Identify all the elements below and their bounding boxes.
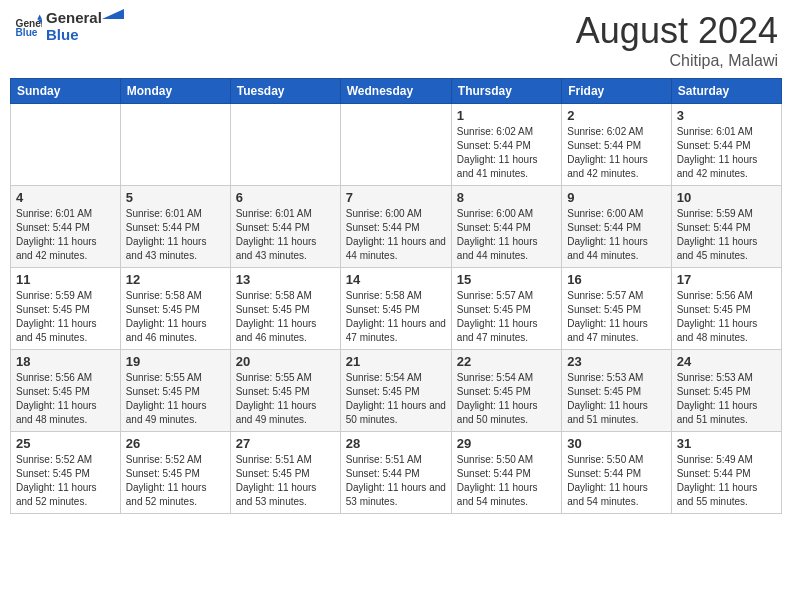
day-number: 8 bbox=[457, 190, 556, 205]
day-info: Sunrise: 5:58 AM Sunset: 5:45 PM Dayligh… bbox=[346, 289, 446, 345]
day-info: Sunrise: 6:02 AM Sunset: 5:44 PM Dayligh… bbox=[567, 125, 665, 181]
daylight-label: Daylight: 11 hours and 54 minutes. bbox=[457, 482, 538, 507]
sunset-label: Sunset: 5:45 PM bbox=[236, 468, 310, 479]
sunrise-label: Sunrise: 6:01 AM bbox=[236, 208, 312, 219]
day-number: 23 bbox=[567, 354, 665, 369]
sunset-label: Sunset: 5:44 PM bbox=[16, 222, 90, 233]
calendar-day-cell: 7 Sunrise: 6:00 AM Sunset: 5:44 PM Dayli… bbox=[340, 186, 451, 268]
logo-general-text: General bbox=[46, 10, 102, 27]
calendar-day-cell: 21 Sunrise: 5:54 AM Sunset: 5:45 PM Dayl… bbox=[340, 350, 451, 432]
day-number: 20 bbox=[236, 354, 335, 369]
sunrise-label: Sunrise: 5:53 AM bbox=[677, 372, 753, 383]
calendar-day-cell: 30 Sunrise: 5:50 AM Sunset: 5:44 PM Dayl… bbox=[562, 432, 671, 514]
sunset-label: Sunset: 5:45 PM bbox=[126, 304, 200, 315]
sunset-label: Sunset: 5:45 PM bbox=[677, 304, 751, 315]
calendar-day-cell: 29 Sunrise: 5:50 AM Sunset: 5:44 PM Dayl… bbox=[451, 432, 561, 514]
calendar-day-cell: 11 Sunrise: 5:59 AM Sunset: 5:45 PM Dayl… bbox=[11, 268, 121, 350]
day-number: 9 bbox=[567, 190, 665, 205]
daylight-label: Daylight: 11 hours and 47 minutes. bbox=[567, 318, 648, 343]
sunset-label: Sunset: 5:44 PM bbox=[457, 222, 531, 233]
calendar-day-cell bbox=[11, 104, 121, 186]
day-header-sunday: Sunday bbox=[11, 79, 121, 104]
daylight-label: Daylight: 11 hours and 54 minutes. bbox=[567, 482, 648, 507]
daylight-label: Daylight: 11 hours and 50 minutes. bbox=[457, 400, 538, 425]
sunrise-label: Sunrise: 5:53 AM bbox=[567, 372, 643, 383]
calendar-day-cell: 22 Sunrise: 5:54 AM Sunset: 5:45 PM Dayl… bbox=[451, 350, 561, 432]
sunrise-label: Sunrise: 5:58 AM bbox=[126, 290, 202, 301]
calendar-day-cell bbox=[230, 104, 340, 186]
sunset-label: Sunset: 5:45 PM bbox=[126, 386, 200, 397]
day-number: 1 bbox=[457, 108, 556, 123]
day-number: 16 bbox=[567, 272, 665, 287]
day-info: Sunrise: 5:59 AM Sunset: 5:44 PM Dayligh… bbox=[677, 207, 776, 263]
calendar-day-cell: 9 Sunrise: 6:00 AM Sunset: 5:44 PM Dayli… bbox=[562, 186, 671, 268]
sunset-label: Sunset: 5:44 PM bbox=[457, 468, 531, 479]
calendar-day-cell: 26 Sunrise: 5:52 AM Sunset: 5:45 PM Dayl… bbox=[120, 432, 230, 514]
calendar-day-cell: 23 Sunrise: 5:53 AM Sunset: 5:45 PM Dayl… bbox=[562, 350, 671, 432]
day-number: 17 bbox=[677, 272, 776, 287]
daylight-label: Daylight: 11 hours and 48 minutes. bbox=[677, 318, 758, 343]
sunrise-label: Sunrise: 6:00 AM bbox=[567, 208, 643, 219]
day-info: Sunrise: 5:55 AM Sunset: 5:45 PM Dayligh… bbox=[126, 371, 225, 427]
sunset-label: Sunset: 5:44 PM bbox=[346, 468, 420, 479]
day-number: 3 bbox=[677, 108, 776, 123]
location-subtitle: Chitipa, Malawi bbox=[576, 52, 778, 70]
calendar-day-cell: 2 Sunrise: 6:02 AM Sunset: 5:44 PM Dayli… bbox=[562, 104, 671, 186]
calendar-week-row: 25 Sunrise: 5:52 AM Sunset: 5:45 PM Dayl… bbox=[11, 432, 782, 514]
day-info: Sunrise: 6:01 AM Sunset: 5:44 PM Dayligh… bbox=[236, 207, 335, 263]
sunset-label: Sunset: 5:44 PM bbox=[236, 222, 310, 233]
day-header-thursday: Thursday bbox=[451, 79, 561, 104]
daylight-label: Daylight: 11 hours and 46 minutes. bbox=[126, 318, 207, 343]
calendar-week-row: 1 Sunrise: 6:02 AM Sunset: 5:44 PM Dayli… bbox=[11, 104, 782, 186]
calendar-week-row: 4 Sunrise: 6:01 AM Sunset: 5:44 PM Dayli… bbox=[11, 186, 782, 268]
svg-marker-4 bbox=[102, 9, 124, 19]
daylight-label: Daylight: 11 hours and 52 minutes. bbox=[16, 482, 97, 507]
sunrise-label: Sunrise: 5:58 AM bbox=[236, 290, 312, 301]
day-info: Sunrise: 5:52 AM Sunset: 5:45 PM Dayligh… bbox=[16, 453, 115, 509]
svg-text:Blue: Blue bbox=[16, 27, 38, 38]
sunset-label: Sunset: 5:45 PM bbox=[677, 386, 751, 397]
daylight-label: Daylight: 11 hours and 42 minutes. bbox=[677, 154, 758, 179]
sunset-label: Sunset: 5:44 PM bbox=[567, 468, 641, 479]
sunset-label: Sunset: 5:44 PM bbox=[346, 222, 420, 233]
day-header-monday: Monday bbox=[120, 79, 230, 104]
sunrise-label: Sunrise: 5:51 AM bbox=[346, 454, 422, 465]
day-info: Sunrise: 5:53 AM Sunset: 5:45 PM Dayligh… bbox=[567, 371, 665, 427]
sunset-label: Sunset: 5:45 PM bbox=[567, 304, 641, 315]
day-info: Sunrise: 6:01 AM Sunset: 5:44 PM Dayligh… bbox=[126, 207, 225, 263]
sunrise-label: Sunrise: 5:56 AM bbox=[677, 290, 753, 301]
sunset-label: Sunset: 5:45 PM bbox=[16, 468, 90, 479]
calendar-day-cell: 28 Sunrise: 5:51 AM Sunset: 5:44 PM Dayl… bbox=[340, 432, 451, 514]
sunset-label: Sunset: 5:45 PM bbox=[457, 304, 531, 315]
daylight-label: Daylight: 11 hours and 46 minutes. bbox=[236, 318, 317, 343]
daylight-label: Daylight: 11 hours and 43 minutes. bbox=[236, 236, 317, 261]
daylight-label: Daylight: 11 hours and 44 minutes. bbox=[457, 236, 538, 261]
day-info: Sunrise: 5:55 AM Sunset: 5:45 PM Dayligh… bbox=[236, 371, 335, 427]
sunrise-label: Sunrise: 5:57 AM bbox=[457, 290, 533, 301]
day-info: Sunrise: 6:01 AM Sunset: 5:44 PM Dayligh… bbox=[16, 207, 115, 263]
calendar-day-cell: 19 Sunrise: 5:55 AM Sunset: 5:45 PM Dayl… bbox=[120, 350, 230, 432]
calendar-day-cell: 14 Sunrise: 5:58 AM Sunset: 5:45 PM Dayl… bbox=[340, 268, 451, 350]
day-info: Sunrise: 5:52 AM Sunset: 5:45 PM Dayligh… bbox=[126, 453, 225, 509]
sunrise-label: Sunrise: 5:59 AM bbox=[677, 208, 753, 219]
day-number: 29 bbox=[457, 436, 556, 451]
sunrise-label: Sunrise: 5:54 AM bbox=[346, 372, 422, 383]
day-info: Sunrise: 5:53 AM Sunset: 5:45 PM Dayligh… bbox=[677, 371, 776, 427]
calendar-week-row: 18 Sunrise: 5:56 AM Sunset: 5:45 PM Dayl… bbox=[11, 350, 782, 432]
sunrise-label: Sunrise: 6:01 AM bbox=[126, 208, 202, 219]
day-info: Sunrise: 6:01 AM Sunset: 5:44 PM Dayligh… bbox=[677, 125, 776, 181]
day-info: Sunrise: 6:02 AM Sunset: 5:44 PM Dayligh… bbox=[457, 125, 556, 181]
day-number: 10 bbox=[677, 190, 776, 205]
day-header-tuesday: Tuesday bbox=[230, 79, 340, 104]
sunrise-label: Sunrise: 5:56 AM bbox=[16, 372, 92, 383]
sunrise-label: Sunrise: 6:00 AM bbox=[346, 208, 422, 219]
day-info: Sunrise: 5:49 AM Sunset: 5:44 PM Dayligh… bbox=[677, 453, 776, 509]
day-number: 5 bbox=[126, 190, 225, 205]
day-number: 27 bbox=[236, 436, 335, 451]
daylight-label: Daylight: 11 hours and 53 minutes. bbox=[236, 482, 317, 507]
sunset-label: Sunset: 5:45 PM bbox=[346, 304, 420, 315]
sunrise-label: Sunrise: 5:50 AM bbox=[457, 454, 533, 465]
sunrise-label: Sunrise: 5:52 AM bbox=[126, 454, 202, 465]
calendar-day-cell: 4 Sunrise: 6:01 AM Sunset: 5:44 PM Dayli… bbox=[11, 186, 121, 268]
sunrise-label: Sunrise: 6:02 AM bbox=[457, 126, 533, 137]
